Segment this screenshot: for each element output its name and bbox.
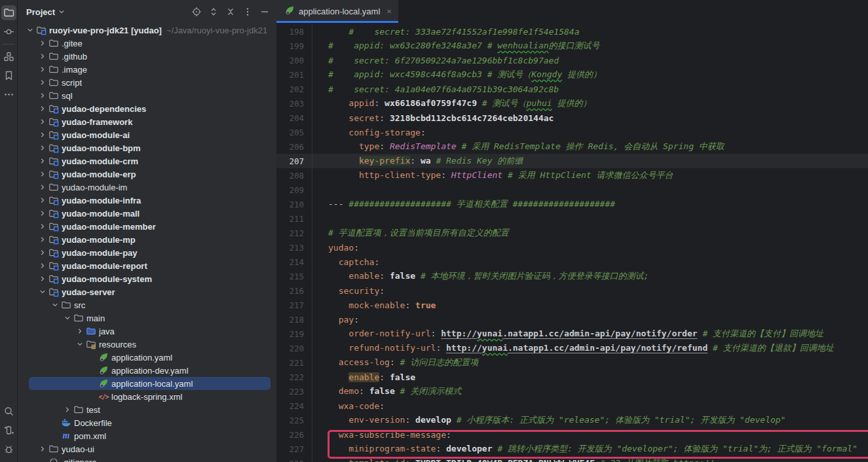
tree-item-application-local-yaml[interactable]: application-local.yaml xyxy=(18,377,276,390)
tree-item-yudao-module-report[interactable]: yudao-module-report xyxy=(18,259,276,272)
code-line-199[interactable]: 199# appid: wx63c280fe3248a3e7 # wenhual… xyxy=(276,39,868,53)
code-line-215[interactable]: 215 enable: false # 本地环境，暂时关闭图片验证码，方便登录等… xyxy=(276,269,868,283)
tree-item--gitignore[interactable]: .gitignore xyxy=(18,455,276,462)
code-line-223[interactable]: 223 demo: false # 关闭演示模式 xyxy=(276,384,868,399)
chevron-closed-icon[interactable] xyxy=(37,444,48,454)
locate-opened-file-button[interactable] xyxy=(189,4,204,20)
chevron-closed-icon[interactable] xyxy=(37,116,48,127)
tree-item-yudao-server[interactable]: yudao-server xyxy=(18,285,276,298)
chevron-closed-icon[interactable] xyxy=(37,77,48,88)
project-tool-button[interactable] xyxy=(1,5,16,20)
tree-item-yudao-dependencies[interactable]: yudao-dependencies xyxy=(18,102,276,115)
chevron-open-icon[interactable] xyxy=(37,287,48,297)
tree-item-yudao-module-bpm[interactable]: yudao-module-bpm xyxy=(18,141,276,154)
code-line-207[interactable]: 207 key-prefix: wa # Redis Key 的前缀 xyxy=(276,154,868,168)
hide-panel-button[interactable] xyxy=(257,4,273,20)
tree-item-yudao-module-im[interactable]: yudao-module-im xyxy=(18,181,276,194)
chevron-closed-icon[interactable] xyxy=(37,156,48,166)
structure-tool-button[interactable] xyxy=(1,49,16,64)
code-line-213[interactable]: 213yudao: xyxy=(276,240,868,255)
tree-item-yudao-module-ai[interactable]: yudao-module-ai xyxy=(18,128,276,141)
code-line-222[interactable]: 222 enable: false xyxy=(276,370,868,384)
close-tab-icon[interactable]: × xyxy=(387,7,392,16)
code-editor[interactable]: 198 # secret: 333ae72f41552af1e998fe1f54… xyxy=(276,24,868,462)
code-line-204[interactable]: 204 secret: 3218bcbd112cbc614c7264ceb201… xyxy=(276,111,868,125)
code-line-203[interactable]: 203 appid: wx66186af0759f47c9 # 测试号（puhu… xyxy=(276,96,868,111)
chevron-open-icon[interactable] xyxy=(62,313,73,323)
code-line-224[interactable]: 224 wxa-code: xyxy=(276,399,868,413)
code-line-205[interactable]: 205 config-storage: xyxy=(276,125,868,139)
tree-item-yudao-module-mall[interactable]: yudao-module-mall xyxy=(18,207,276,220)
tree-item-pom-xml[interactable]: mpom.xml xyxy=(18,429,276,442)
code-line-216[interactable]: 216 security: xyxy=(276,283,868,298)
tree-item-script[interactable]: script xyxy=(18,76,276,89)
chevron-closed-icon[interactable] xyxy=(37,90,48,101)
chevron-open-icon[interactable] xyxy=(50,300,60,310)
expand-all-button[interactable] xyxy=(206,4,221,20)
chevron-closed-icon[interactable] xyxy=(37,195,48,205)
tree-item-main[interactable]: main xyxy=(18,311,276,325)
code-line-220[interactable]: 220 refund-notify-url: http://yunai.nata… xyxy=(276,341,868,355)
chevron-closed-icon[interactable] xyxy=(37,234,48,245)
services-tool-button[interactable] xyxy=(1,423,16,438)
code-line-226[interactable]: 226 wxa-subscribe-message: xyxy=(276,427,868,442)
tree-item-src[interactable]: src xyxy=(18,298,276,311)
collapse-all-button[interactable] xyxy=(223,4,238,20)
tree-item-dockerfile[interactable]: Dockerfile xyxy=(18,416,276,429)
code-line-206[interactable]: 206 type: RedisTemplate # 采用 RedisTempla… xyxy=(276,139,868,154)
tree-item-yudao-module-crm[interactable]: yudao-module-crm xyxy=(18,154,276,168)
code-line-202[interactable]: 202# secret: 4a1a04e07f6a4a0751b39c3064a… xyxy=(276,82,868,96)
chevron-closed-icon[interactable] xyxy=(37,260,48,271)
code-line-219[interactable]: 219 order-notify-url: http://yunai.natap… xyxy=(276,327,868,341)
chevron-closed-icon[interactable] xyxy=(37,208,48,219)
chevron-closed-icon[interactable] xyxy=(37,130,48,140)
commit-tool-button[interactable] xyxy=(1,24,16,39)
chevron-closed-icon[interactable] xyxy=(37,51,48,62)
code-line-210[interactable]: 210--- #################### 芋道相关配置 #####… xyxy=(276,197,868,211)
find-tool-button[interactable] xyxy=(1,404,16,419)
code-line-212[interactable]: 212# 芋道配置项，设置当前项目所有自定义的配置 xyxy=(276,226,868,240)
code-line-218[interactable]: 218 pay: xyxy=(276,312,868,327)
chevron-closed-icon[interactable] xyxy=(75,326,85,336)
chevron-closed-icon[interactable] xyxy=(37,143,48,153)
chevron-closed-icon[interactable] xyxy=(62,404,73,415)
code-line-201[interactable]: 201# appid: wxc4598c446f8a9cb3 # 测试号（Kon… xyxy=(276,67,868,82)
tree-item--image[interactable]: .image xyxy=(18,63,276,76)
chevron-closed-icon[interactable] xyxy=(37,221,48,232)
bookmarks-tool-button[interactable] xyxy=(1,68,16,83)
options-menu-button[interactable] xyxy=(240,4,255,20)
code-line-200[interactable]: 200# secret: 6f270509224a7ae1296bbf1c8cb… xyxy=(276,53,868,67)
code-line-225[interactable]: 225 env-version: develop # 小程序版本: 正式版为 "… xyxy=(276,413,868,427)
project-panel-title[interactable]: Project xyxy=(26,7,66,17)
tree-item-resources[interactable]: resources xyxy=(18,338,276,351)
tab-application-local-yaml[interactable]: application-local.yaml × xyxy=(276,0,398,23)
tree-item-test[interactable]: test xyxy=(18,403,276,416)
tree-item--github[interactable]: .github xyxy=(18,50,276,63)
problems-tool-button[interactable] xyxy=(1,442,16,457)
tree-item-sql[interactable]: sql xyxy=(18,89,276,102)
tree-item-yudao-module-erp[interactable]: yudao-module-erp xyxy=(18,168,276,181)
tree-item--gitee[interactable]: .gitee xyxy=(18,37,276,50)
tree-item-yudao-module-system[interactable]: yudao-module-system xyxy=(18,272,276,285)
tree-item-yudao-module-infra[interactable]: yudao-module-infra xyxy=(18,194,276,207)
chevron-closed-icon[interactable] xyxy=(37,182,48,192)
code-line-214[interactable]: 214 captcha: xyxy=(276,255,868,269)
chevron-closed-icon[interactable] xyxy=(37,247,48,258)
more-tool-windows-button[interactable] xyxy=(1,87,16,102)
code-line-198[interactable]: 198 # secret: 333ae72f41552af1e998fe1f54… xyxy=(276,24,868,39)
tree-item-yudao-ui[interactable]: yudao-ui xyxy=(18,442,276,455)
chevron-closed-icon[interactable] xyxy=(37,103,48,114)
chevron-open-icon[interactable] xyxy=(25,25,35,35)
code-line-208[interactable]: 208 http-client-type: HttpClient # 采用 Ht… xyxy=(276,168,868,183)
tree-item-application-dev-yaml[interactable]: application-dev.yaml xyxy=(18,364,276,377)
code-line-211[interactable]: 211 xyxy=(276,211,868,226)
tree-item-yudao-module-pay[interactable]: yudao-module-pay xyxy=(18,246,276,259)
chevron-open-icon[interactable] xyxy=(75,339,85,349)
tree-item-logback-spring-xml[interactable]: </>logback-spring.xml xyxy=(18,390,276,403)
tree-item-java[interactable]: java xyxy=(18,325,276,338)
tree-item-application-yaml[interactable]: application.yaml xyxy=(18,351,276,364)
code-line-217[interactable]: 217 mock-enable: true xyxy=(276,298,868,312)
tree-item-ruoyi-vue-pro-jdk21-yudao-[interactable]: ruoyi-vue-pro-jdk21 [yudao]~/Java/ruoyi-… xyxy=(18,24,276,37)
code-line-209[interactable]: 209 xyxy=(276,183,868,197)
tree-item-yudao-module-mp[interactable]: yudao-module-mp xyxy=(18,233,276,246)
